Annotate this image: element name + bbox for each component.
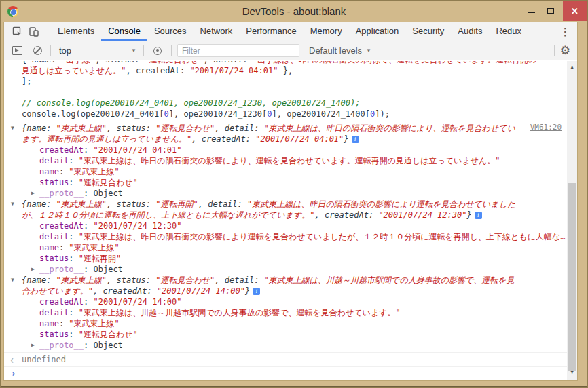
property-value: "東武東上線は、川越～川越市駅間での人身事故の影響で、運転を見合わせています。" [79, 308, 401, 317]
more-options-icon[interactable]: ⋮ [553, 22, 577, 41]
scrollbar-down-arrow[interactable]: ▼ [567, 368, 577, 377]
object-property-row[interactable]: name: "東武東上線" [4, 318, 567, 329]
object-preview: {name: "東武東上線", status: "運転見合わせ", detail… [22, 123, 519, 144]
object-info-icon[interactable]: i [253, 288, 260, 295]
maximize-button[interactable] [541, 1, 559, 21]
chevron-down-icon: ▼ [366, 47, 371, 54]
proto-value: Object [93, 189, 122, 198]
object-proto-row[interactable]: ▶__proto__: Object [4, 264, 567, 275]
object-property-row[interactable]: createdAt: "2001/07/24 04:01" [4, 144, 567, 155]
panel-tabs: ElementsConsoleSourcesNetworkPerformance… [51, 22, 528, 41]
tab-elements[interactable]: Elements [51, 22, 101, 41]
object-property-row[interactable]: detail: "東武東上線は、昨日の隕石衝突の影響により、運転を見合わせていま… [4, 155, 567, 166]
echo-code-line: 見通しは立っていません。", createdAt: "2001/07/24 04… [4, 65, 567, 76]
scrollbar-thumb[interactable] [568, 183, 576, 371]
object-preview-row[interactable]: ▼{name: "東武東上線", status: "運転見合わせ", detai… [4, 123, 567, 144]
object-info-icon[interactable]: i [475, 212, 482, 219]
expand-triangle-icon[interactable]: ▶ [31, 264, 35, 275]
divider [554, 45, 555, 56]
clear-console-icon[interactable] [33, 46, 42, 55]
object-preview: {name: "東武東上線", status: "運転再開", detail: … [22, 199, 519, 220]
devtools-panel: ElementsConsoleSourcesNetworkPerformance… [3, 22, 578, 381]
object-property-row[interactable]: status: "運転見合わせ" [4, 177, 567, 188]
object-property-row[interactable]: status: "運転再開" [4, 253, 567, 264]
property-value: "2001/07/24 04:01" [93, 145, 181, 155]
logged-object: ▼{name: "東武東上線", status: "運転見合わせ", detai… [4, 275, 567, 351]
console-toolbar: top ▼ Default levels ▼ ⚙ [4, 41, 577, 60]
result-value: undefined [22, 355, 66, 364]
console-message-input-echo: { name: "山手線", status: "運転見合わせ", detail:… [4, 61, 567, 121]
execution-context-selector[interactable]: top ▼ [54, 45, 141, 56]
proto-key: __proto__ [39, 189, 84, 198]
tab-performance[interactable]: Performance [239, 22, 303, 41]
property-value: "東武東上線は、昨日の隕石衝突の影響により運転を見合わせていましたが、１２時１０… [79, 232, 566, 241]
logged-object: ▼{name: "東武東上線", status: "運転見合わせ", detai… [4, 123, 567, 199]
echo-code-line: ]; [4, 76, 567, 87]
property-key: createdAt [39, 221, 84, 231]
property-value: "運転見合わせ" [79, 178, 138, 187]
divider [171, 45, 172, 56]
tab-sources[interactable]: Sources [147, 22, 194, 41]
object-proto-row[interactable]: ▶__proto__: Object [4, 188, 567, 199]
property-key: name [39, 319, 59, 328]
echo-code-line [4, 87, 567, 98]
console-sidebar-toggle-icon[interactable] [12, 46, 22, 55]
property-key: name [39, 243, 59, 252]
object-property-row[interactable]: name: "東武東上線" [4, 166, 567, 177]
property-value: "運転見合わせ" [79, 330, 138, 339]
echo-code-line: // console.log(ope20010724_0401, ope2001… [4, 98, 567, 109]
property-value: "東武東上線" [69, 243, 119, 252]
property-key: createdAt [39, 145, 84, 155]
tab-audits[interactable]: Audits [451, 22, 489, 41]
property-key: detail [39, 232, 69, 241]
property-key: detail [39, 156, 69, 166]
object-proto-row[interactable]: ▶__proto__: Object [4, 340, 567, 351]
tab-security[interactable]: Security [405, 22, 451, 41]
tab-redux[interactable]: Redux [489, 22, 528, 41]
console-output-area[interactable]: { name: "山手線", status: "運転見合わせ", detail:… [4, 61, 577, 380]
property-value: "2001/07/24 12:30" [93, 221, 181, 231]
scrollbar-up-arrow[interactable]: ▲ [567, 62, 577, 72]
tab-network[interactable]: Network [194, 22, 240, 41]
object-property-row[interactable]: createdAt: "2001/07/24 12:30" [4, 220, 567, 231]
minimize-button[interactable] [522, 1, 540, 21]
close-button[interactable]: ✕ [563, 1, 587, 21]
expand-triangle-icon[interactable]: ▶ [31, 340, 35, 351]
inspect-element-icon[interactable] [10, 25, 26, 39]
titlebar[interactable]: DevTools - about:blank ✕ [1, 1, 587, 22]
filter-input[interactable] [177, 44, 299, 57]
settings-gear-icon[interactable]: ⚙ [557, 45, 573, 56]
live-expression-eye-icon[interactable] [153, 47, 162, 55]
collapse-triangle-icon[interactable]: ▼ [11, 275, 14, 286]
console-prompt[interactable]: › [4, 367, 567, 371]
levels-label: Default levels [309, 45, 362, 56]
object-preview: {name: "東武東上線", status: "運転見合わせ", detail… [22, 275, 519, 296]
object-property-row[interactable]: name: "東武東上線" [4, 242, 567, 253]
object-property-row[interactable]: detail: "東武東上線は、川越～川越市駅間での人身事故の影響で、運転を見合… [4, 307, 567, 318]
divider [48, 26, 48, 37]
object-preview-row[interactable]: ▼{name: "東武東上線", status: "運転見合わせ", detai… [4, 275, 567, 296]
log-levels-dropdown[interactable]: Default levels ▼ [309, 45, 371, 56]
property-key: detail [39, 308, 69, 317]
device-toolbar-icon[interactable] [26, 25, 42, 39]
object-property-row[interactable]: createdAt: "2001/07/24 14:00" [4, 296, 567, 307]
object-property-row[interactable]: detail: "東武東上線は、昨日の隕石衝突の影響により運転を見合わせていまし… [4, 231, 567, 242]
collapse-triangle-icon[interactable]: ▼ [11, 123, 14, 134]
property-key: createdAt [39, 297, 84, 307]
expand-triangle-icon[interactable]: ▶ [31, 188, 35, 199]
tab-console[interactable]: Console [101, 22, 147, 41]
tab-application[interactable]: Application [349, 22, 406, 41]
collapse-triangle-icon[interactable]: ▼ [11, 199, 14, 210]
object-info-icon[interactable]: i [352, 136, 359, 143]
property-value: "東武東上線" [69, 167, 119, 176]
proto-key: __proto__ [39, 265, 84, 274]
object-preview-row[interactable]: ▼{name: "東武東上線", status: "運転再開", detail:… [4, 199, 567, 220]
property-key: name [39, 167, 59, 176]
prompt-chevron-icon: › [11, 368, 16, 379]
console-message-log: VM61:20 ▼{name: "東武東上線", status: "運転見合わせ… [4, 121, 567, 353]
tab-memory[interactable]: Memory [304, 22, 349, 41]
object-property-row[interactable]: status: "運転見合わせ" [4, 329, 567, 340]
scrollbar[interactable]: ▲ ▼ [567, 61, 577, 380]
property-key: status [39, 254, 69, 263]
property-key: status [39, 330, 69, 339]
